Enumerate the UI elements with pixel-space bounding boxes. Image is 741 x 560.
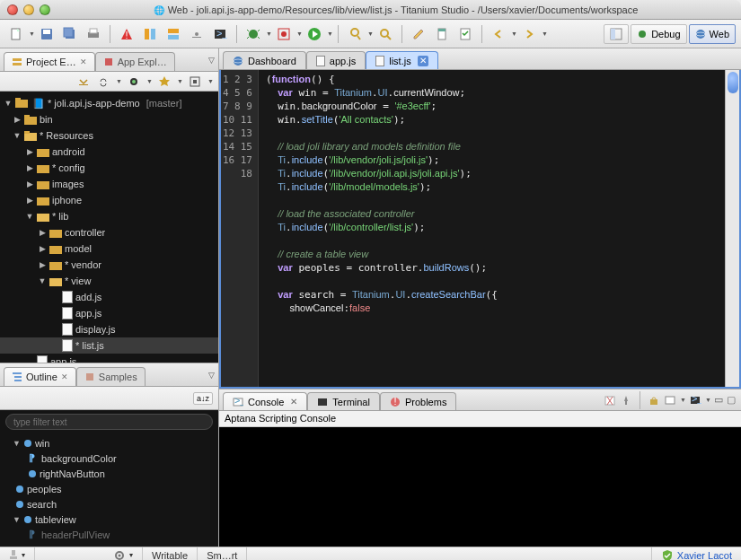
window-zoom-button[interactable] xyxy=(40,4,50,15)
samples-tab[interactable]: Samples xyxy=(76,367,146,386)
warning-icon[interactable]: ! xyxy=(116,24,137,44)
tree-file-selected[interactable]: * list.js xyxy=(0,337,218,354)
commands-icon[interactable] xyxy=(157,74,172,89)
outline-item[interactable]: ▼win xyxy=(0,435,218,451)
console-output[interactable] xyxy=(219,427,741,547)
clear-console-icon[interactable] xyxy=(604,394,616,407)
tree-folder[interactable]: ▶android xyxy=(0,144,218,160)
open-console-icon[interactable]: >_ xyxy=(689,394,701,407)
edit-button[interactable] xyxy=(408,24,429,44)
tree-root[interactable]: ▼📘* joli.api.js-app-demo[master] xyxy=(0,95,218,111)
outline-filter-input[interactable] xyxy=(5,414,213,430)
print-button[interactable] xyxy=(83,24,104,44)
back-dropdown[interactable]: ▼ xyxy=(511,31,516,37)
new-dropdown[interactable]: ▼ xyxy=(29,31,34,37)
debug-perspective-button[interactable]: Debug xyxy=(631,24,686,44)
display-selected-console-icon[interactable] xyxy=(664,394,676,407)
status-user[interactable]: Xavier Lacot xyxy=(651,547,741,560)
back-button[interactable] xyxy=(488,24,509,44)
editor-tab-dashboard[interactable]: Dashboard xyxy=(223,51,306,69)
window-minimize-button[interactable] xyxy=(23,4,34,15)
external-tools-button[interactable] xyxy=(273,24,295,44)
app-explorer-tab[interactable]: App Expl… xyxy=(95,52,175,71)
outline-tree[interactable]: ▼win ⁋backgroundColor rightNavButton peo… xyxy=(0,433,218,547)
console-tab[interactable]: >_ Console ✕ xyxy=(223,392,307,410)
open-type-dropdown[interactable]: ▼ xyxy=(367,31,373,37)
debug-dropdown[interactable]: ▼ xyxy=(266,31,271,37)
forward-button[interactable] xyxy=(518,24,540,44)
window-close-button[interactable] xyxy=(7,4,18,15)
deploy-dropdown[interactable]: ▼ xyxy=(207,78,213,84)
view-menu-icon[interactable]: ▽ xyxy=(208,371,215,380)
status-gear[interactable]: ▾ xyxy=(35,547,143,560)
scrollbar-thumb[interactable] xyxy=(728,72,738,93)
editor-code[interactable]: (function() { var win = Titanium.UI.curr… xyxy=(259,70,725,387)
close-icon[interactable]: ✕ xyxy=(290,397,297,407)
problems-tab[interactable]: ! Problems xyxy=(380,392,456,410)
toggle-whitespace-icon[interactable] xyxy=(186,24,207,44)
tree-file[interactable]: app.js xyxy=(0,354,218,363)
sort-button[interactable]: a↓z xyxy=(193,392,213,405)
tree-folder[interactable]: ▶* vendor xyxy=(0,257,218,273)
tree-file[interactable]: display.js xyxy=(0,321,218,337)
tree-folder[interactable]: ▼* lib xyxy=(0,208,218,224)
tree-folder[interactable]: ▶controller xyxy=(0,224,218,241)
outline-item[interactable]: ⁋backgroundColor xyxy=(0,451,218,466)
link-dropdown[interactable]: ▼ xyxy=(116,78,121,84)
open-type-button[interactable] xyxy=(344,24,366,44)
editor-vertical-scrollbar[interactable] xyxy=(725,70,739,387)
console-dropdown[interactable]: ▼ xyxy=(680,397,685,403)
web-perspective-button[interactable]: Web xyxy=(689,24,736,44)
tree-folder[interactable]: ▶* config xyxy=(0,160,218,176)
tree-folder[interactable]: ▶model xyxy=(0,241,218,257)
link-editor-icon[interactable] xyxy=(96,74,110,89)
maximize-view-icon[interactable]: ▢ xyxy=(727,394,736,406)
outline-item[interactable]: ⁋headerPullView xyxy=(0,527,218,542)
editor-gutter[interactable]: 1 2 3 4 5 6 7 8 9 10 11 12 13 14 15 16 1… xyxy=(221,70,259,387)
forward-dropdown[interactable]: ▼ xyxy=(542,31,547,37)
run-button[interactable] xyxy=(304,24,325,44)
run-dropdown[interactable]: ▼ xyxy=(327,31,332,37)
minimize-view-icon[interactable]: ▭ xyxy=(714,394,723,406)
tree-file[interactable]: add.js xyxy=(0,289,218,305)
outline-item[interactable]: search xyxy=(0,496,218,512)
filter-icon[interactable] xyxy=(127,74,141,89)
tree-folder[interactable]: ▼* view xyxy=(0,273,218,289)
debug-button[interactable] xyxy=(243,24,264,44)
view-menu-icon[interactable]: ▽ xyxy=(208,56,215,65)
task-button[interactable] xyxy=(454,24,476,44)
tree-folder[interactable]: ▼* Resources xyxy=(0,127,218,144)
save-all-button[interactable] xyxy=(59,24,81,44)
open-perspective-button[interactable] xyxy=(604,24,629,44)
editor-tab-listjs[interactable]: list.js ✕ xyxy=(366,51,437,69)
filter-dropdown[interactable]: ▼ xyxy=(146,78,152,84)
scroll-lock-icon[interactable] xyxy=(648,394,660,407)
tree-folder[interactable]: ▶images xyxy=(0,176,218,192)
layout-icon-1[interactable] xyxy=(139,24,161,44)
tree-folder[interactable]: ▶bin xyxy=(0,111,218,127)
deploy-icon[interactable] xyxy=(188,74,202,89)
pin-console-icon[interactable] xyxy=(620,394,632,407)
console-toggle-icon[interactable]: >_ xyxy=(209,24,231,44)
close-icon[interactable]: ✕ xyxy=(61,372,68,381)
bookmark-button[interactable] xyxy=(431,24,453,44)
new-button[interactable] xyxy=(5,24,27,44)
open-console-dropdown[interactable]: ▼ xyxy=(705,397,710,403)
search-button[interactable] xyxy=(375,24,396,44)
save-button[interactable] xyxy=(36,24,57,44)
editor-tab-appjs[interactable]: app.js xyxy=(306,51,366,69)
close-icon[interactable]: ✕ xyxy=(80,57,87,66)
tree-file[interactable]: app.js xyxy=(0,305,218,321)
outline-item[interactable]: rightNavButton xyxy=(0,466,218,481)
outline-tab[interactable]: Outline ✕ xyxy=(4,367,76,386)
external-tools-dropdown[interactable]: ▼ xyxy=(296,31,302,37)
tree-folder[interactable]: ▶iphone xyxy=(0,192,218,208)
outline-item[interactable]: ▼tableview xyxy=(0,512,218,527)
layout-icon-2[interactable] xyxy=(163,24,184,44)
terminal-tab[interactable]: Terminal xyxy=(307,392,380,410)
close-icon[interactable]: ✕ xyxy=(418,56,428,66)
commands-dropdown[interactable]: ▼ xyxy=(177,78,182,84)
project-tree[interactable]: ▼📘* joli.api.js-app-demo[master] ▶bin ▼*… xyxy=(0,92,218,363)
status-indicator[interactable]: ▾ xyxy=(0,547,35,560)
collapse-all-icon[interactable] xyxy=(76,74,91,89)
